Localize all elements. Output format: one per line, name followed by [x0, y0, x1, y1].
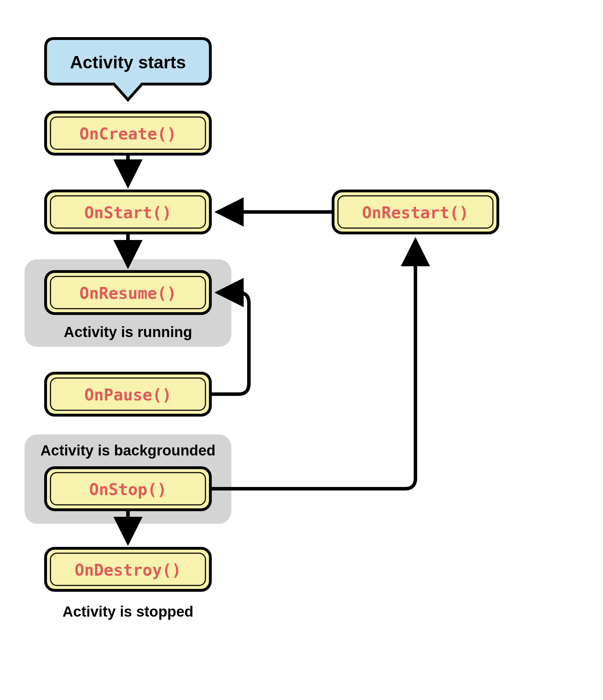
node-onstart: OnStart(): [46, 191, 210, 233]
label-onresume: OnResume(): [80, 284, 177, 303]
node-activity-starts: Activity starts: [46, 39, 210, 100]
label-onpause: OnPause(): [84, 385, 171, 404]
label-oncreate: OnCreate(): [80, 124, 177, 143]
node-ondestroy: OnDestroy(): [46, 548, 210, 590]
label-onstart: OnStart(): [84, 203, 171, 222]
label-onstop: OnStop(): [89, 480, 167, 499]
label-onrestart: OnRestart(): [362, 203, 469, 222]
node-onresume: OnResume(): [46, 272, 210, 314]
label-ondestroy: OnDestroy(): [75, 561, 182, 579]
caption-running: Activity is running: [64, 324, 192, 340]
node-onstop: OnStop(): [46, 468, 210, 510]
lifecycle-diagram: Activity starts OnCreate() OnStart() OnR…: [0, 0, 603, 700]
node-onrestart: OnRestart(): [333, 191, 498, 233]
arrow-onstop-onrestart: [210, 240, 415, 489]
node-oncreate: OnCreate(): [46, 112, 210, 154]
caption-stopped: Activity is stopped: [62, 603, 193, 620]
label-activity-starts: Activity starts: [70, 53, 186, 72]
node-onpause: OnPause(): [46, 373, 210, 415]
caption-backgrounded: Activity is backgrounded: [40, 442, 215, 459]
